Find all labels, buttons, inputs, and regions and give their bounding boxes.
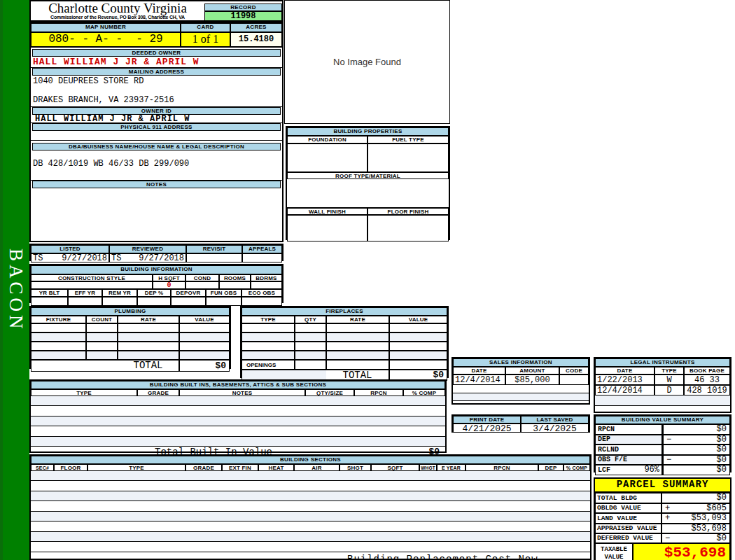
- sales-row[interactable]: [453, 385, 589, 393]
- sales-row[interactable]: [453, 393, 589, 401]
- physical-911-label: PHYSICAL 911 ADDRESS: [32, 123, 281, 131]
- owner-id-value[interactable]: HALL WILLIAM J JR & APRIL W: [31, 115, 282, 123]
- building-sections-row[interactable]: [31, 471, 590, 481]
- ps-row-label: DEFERRED VALUE: [595, 533, 662, 543]
- fireplaces-value-label: VALUE: [389, 316, 447, 323]
- taxable-value: $53,698: [633, 543, 730, 560]
- rpcn-label: RPCN: [465, 464, 538, 471]
- record-value[interactable]: 11998: [204, 11, 282, 21]
- fireplaces-row[interactable]: [241, 332, 447, 342]
- revisit-label: REVISIT: [186, 245, 242, 253]
- sales-code-value: [559, 374, 589, 385]
- built-ins-row[interactable]: [31, 406, 445, 416]
- notes-area[interactable]: [31, 188, 282, 242]
- legal-bookpage-label: BOOK PAGE: [684, 367, 730, 374]
- legal-row[interactable]: 12/4/2014 D 428 1019: [595, 385, 730, 396]
- card-value[interactable]: 1 of 1: [181, 32, 230, 48]
- vs-row-value: $0: [662, 444, 730, 455]
- commissioner-line: Commissioner of the Revenue, PO Box 308,…: [31, 15, 204, 20]
- floor-label: FLOOR: [54, 464, 88, 471]
- legal-row[interactable]: [595, 396, 730, 406]
- fireplaces-row[interactable]: [241, 323, 447, 332]
- fireplaces-row[interactable]: [241, 342, 447, 351]
- fireplaces-row[interactable]: [241, 351, 447, 360]
- map-number-label: MAP NUMBER: [31, 23, 181, 32]
- appeals-value[interactable]: [242, 253, 282, 262]
- building-sections-row[interactable]: [31, 491, 590, 501]
- dba-value-area[interactable]: DB 428/1019 WB 46/33 DB 299/090: [31, 150, 282, 181]
- building-sections-row[interactable]: [31, 522, 590, 532]
- building-sections-row[interactable]: [31, 501, 590, 512]
- county-title: Charlotte County Virginia: [31, 1, 204, 15]
- bdrms-label: BDRMS: [251, 274, 282, 281]
- map-number-value[interactable]: 080- - A- - - 29: [31, 32, 181, 48]
- fuel-type-value[interactable]: [368, 144, 449, 172]
- grade-label: GRADE: [186, 464, 222, 471]
- dep-pct-value[interactable]: [137, 297, 171, 306]
- cond-value[interactable]: [186, 281, 219, 289]
- reviewed-value[interactable]: TS 9/27/2018: [109, 253, 186, 262]
- ecoobs-value[interactable]: [241, 297, 282, 306]
- built-ins-title: BUILDING BUILT INS, BASEMENTS, ATTICS & …: [31, 381, 445, 389]
- roof-type-value[interactable]: [287, 179, 449, 208]
- building-sections-row[interactable]: [31, 481, 590, 491]
- mailing-address-value[interactable]: 1040 DEUPREES STORE RD DRAKES BRANCH, VA…: [31, 76, 282, 107]
- acres-value[interactable]: 15.4180: [230, 32, 282, 48]
- built-ins-row[interactable]: [31, 426, 445, 437]
- plumbing-title: PLUMBING: [31, 307, 230, 316]
- cond-label: COND: [186, 274, 219, 281]
- rooms-value[interactable]: [219, 281, 251, 289]
- fireplaces-openings-value[interactable]: [389, 360, 447, 370]
- roof-type-label: ROOF TYPE/MATERIAL: [287, 172, 449, 179]
- building-sections-row[interactable]: [31, 512, 590, 522]
- sales-row[interactable]: [453, 401, 589, 408]
- revisit-value[interactable]: [186, 253, 242, 262]
- physical-911-value[interactable]: [31, 131, 282, 141]
- foundation-value[interactable]: [287, 144, 368, 172]
- vs-row-label: LCF96%: [595, 465, 662, 475]
- ps-row-value: $0: [662, 493, 730, 503]
- plumbing-row[interactable]: [31, 342, 230, 351]
- remyr-value[interactable]: [102, 297, 137, 306]
- yrblt-value[interactable]: [31, 297, 68, 306]
- built-ins-row[interactable]: [31, 396, 445, 406]
- legal-date-value: 12/4/2014: [595, 385, 654, 396]
- mailing-line1: 1040 DEUPREES STORE RD: [33, 77, 144, 86]
- wall-finish-value[interactable]: [287, 215, 368, 241]
- building-sections-row[interactable]: [31, 542, 590, 552]
- fireplaces-openings-rate[interactable]: [326, 360, 389, 370]
- floor-finish-value[interactable]: [368, 215, 449, 241]
- sqft-label: SQFT: [371, 464, 419, 471]
- deeded-owner-value[interactable]: HALL WILLIAM J JR & APRIL W: [31, 57, 282, 68]
- built-ins-rpcn-label: RPCN: [354, 389, 403, 396]
- plumbing-total-label: TOTAL: [118, 360, 179, 372]
- construction-style-value[interactable]: [31, 281, 153, 289]
- plumbing-rate-label: RATE: [118, 316, 179, 323]
- listed-value[interactable]: TS 9/27/2018: [31, 253, 109, 262]
- bdrms-value[interactable]: [251, 281, 282, 289]
- legal-type-value: W: [654, 374, 684, 385]
- effyr-value[interactable]: [68, 297, 102, 306]
- hsqft-value[interactable]: 0: [153, 281, 186, 289]
- sales-amount-value: $85,000: [505, 374, 559, 385]
- built-ins-comp-label: % COMP: [403, 389, 445, 396]
- plumbing-row[interactable]: [31, 351, 230, 360]
- depovr-value[interactable]: [171, 297, 206, 306]
- vs-row-label: RCLND: [595, 444, 662, 455]
- wall-finish-label: WALL FINISH: [287, 208, 368, 215]
- built-ins-row[interactable]: [31, 437, 445, 447]
- building-properties-box: BUILDING PROPERTIES FOUNDATION FUEL TYPE…: [286, 126, 450, 240]
- funobs-value[interactable]: [206, 297, 241, 306]
- plumbing-value-label: VALUE: [179, 316, 230, 323]
- county-title-block: Charlotte County Virginia Commissioner o…: [31, 1, 204, 20]
- built-ins-row[interactable]: [31, 416, 445, 426]
- legal-row[interactable]: 1/22/2013 W 46 33: [595, 374, 730, 385]
- plumbing-row[interactable]: [31, 332, 230, 342]
- sales-row[interactable]: 12/4/2014 $85,000: [453, 374, 589, 385]
- fireplaces-openings-qty[interactable]: [295, 360, 326, 370]
- building-sections-row[interactable]: [31, 532, 590, 542]
- foundation-label: FOUNDATION: [287, 136, 368, 144]
- vs-row-label: RPCN: [595, 424, 662, 435]
- vs-row-value: −$0: [662, 435, 730, 444]
- plumbing-row[interactable]: [31, 323, 230, 332]
